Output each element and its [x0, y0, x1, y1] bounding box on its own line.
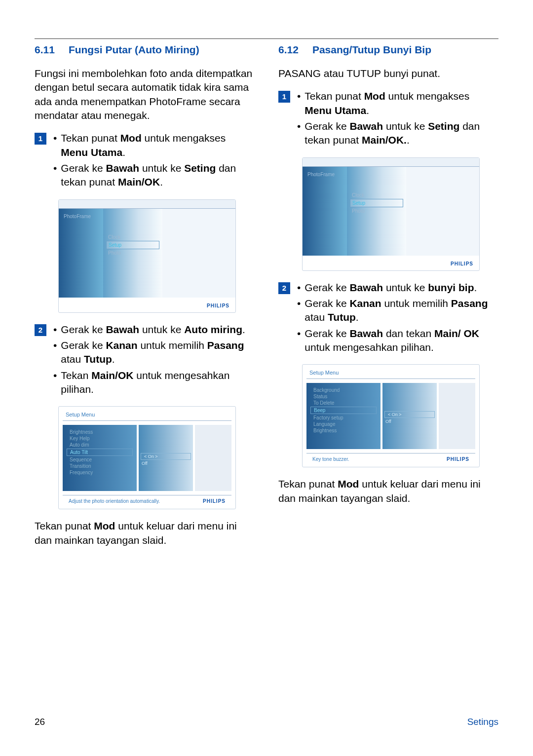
menu-item: Brightness — [63, 429, 137, 435]
photoframe-label: PhotoFrame — [307, 172, 335, 177]
footer-section: Setings — [467, 717, 498, 727]
setup-footer-text: Adjust the photo orientation automatical… — [69, 498, 160, 504]
bullet: • Gerak ke Kanan untuk memilih Pasang at… — [53, 339, 255, 367]
bullet: • Tekan punat Mod untuk mengakses Menu U… — [297, 89, 498, 117]
menu-item: Status — [306, 393, 381, 400]
bullet: • Gerak ke Bawah untuk ke Seting dan tek… — [297, 119, 498, 148]
step-2: 2 • Gerak ke Bawah untuk ke bunyi bip. •… — [278, 281, 498, 355]
menu-item-beep: Beep — [310, 407, 377, 414]
menu-item-auto-tilt: Auto Tilt — [67, 449, 133, 456]
menu-item: Factory setup — [306, 415, 381, 421]
setup-footer-text: Key tone buzzer. — [312, 456, 349, 462]
menu-item-photo: Photo — [103, 249, 162, 257]
philips-logo: PHILIPS — [203, 498, 226, 504]
photoframe-menu-screenshot: PhotoFrame Clock Setup Photo PHILIPS — [58, 199, 236, 313]
setup-menu-title: Setup Menu — [303, 365, 479, 378]
option-on: < On > — [141, 453, 191, 460]
menu-item: Auto dim — [63, 442, 137, 448]
step-body: • Gerak ke Bawah untuk ke bunyi bip. • G… — [297, 281, 498, 355]
philips-logo: PHILIPS — [447, 456, 469, 462]
photoframe-label: PhotoFrame — [64, 214, 91, 219]
page-footer: 26 Setings — [35, 717, 498, 727]
top-rule — [35, 38, 498, 39]
philips-logo: PHILIPS — [451, 261, 473, 266]
menu-item-photo: Photo — [347, 207, 406, 215]
bullet: • Tekan Main/OK untuk mengesahkan piliha… — [53, 369, 255, 397]
menu-item: Transition — [63, 463, 137, 469]
menu-item: Language — [306, 421, 381, 427]
option-off: Off — [382, 418, 437, 424]
setup-menu-screenshot: Setup Menu Background Status To Delete B… — [302, 364, 480, 467]
photoframe-menu-screenshot: PhotoFrame Clock Setup Photo PHILIPS — [302, 157, 480, 271]
step-1: 1 • Tekan punat Mod untuk mengakses Menu… — [278, 89, 498, 147]
philips-logo: PHILIPS — [207, 303, 229, 308]
section-heading-6-11: 6.11 Fungsi Putar (Auto Miring) — [35, 44, 255, 56]
section-title: Fungsi Putar (Auto Miring) — [69, 44, 255, 56]
closing-paragraph: Tekan punat Mod untuk keluar dari menu i… — [35, 519, 255, 547]
bullet: • Gerak ke Kanan untuk memilih Pasang at… — [297, 297, 498, 325]
step-body: • Gerak ke Bawah untuk ke Auto miring. •… — [53, 323, 255, 397]
page-number: 26 — [35, 717, 45, 727]
setup-menu-screenshot: Setup Menu Brightness Key Help Auto dim … — [58, 406, 236, 509]
section-heading-6-12: 6.12 Pasang/Tutup Bunyi Bip — [278, 44, 498, 56]
bullet: • Gerak ke Bawah untuk ke bunyi bip. — [297, 281, 498, 295]
step-1: 1 • Tekan punat Mod untuk mengakses Menu… — [35, 131, 255, 189]
bullet: • Gerak ke Bawah untuk ke Auto miring. — [53, 323, 255, 337]
menu-item-clock: Clock — [103, 233, 162, 241]
step-number-icon: 1 — [278, 91, 290, 103]
menu-item-clock: Clock — [347, 191, 406, 199]
option-on: < On > — [384, 411, 435, 418]
right-column: 6.12 Pasang/Tutup Bunyi Bip PASANG atau … — [278, 44, 498, 556]
intro-paragraph: PASANG atau TUTUP bunyi punat. — [278, 67, 498, 80]
step-body: • Tekan punat Mod untuk mengakses Menu U… — [53, 131, 255, 189]
intro-paragraph: Fungsi ini membolehkan foto anda ditempa… — [35, 67, 255, 122]
bullet: • Gerak ke Bawah untuk ke Seting dan tek… — [53, 161, 255, 189]
bullet: • Gerak ke Bawah dan tekan Main/ OK untu… — [297, 327, 498, 355]
menu-item: Sequence — [63, 456, 137, 463]
menu-item: Frequency — [63, 469, 137, 476]
closing-paragraph: Tekan punat Mod untuk keluar dari menu i… — [278, 477, 498, 505]
step-2: 2 • Gerak ke Bawah untuk ke Auto miring.… — [35, 323, 255, 397]
section-number: 6.11 — [35, 44, 55, 56]
menu-item: Brightness — [306, 427, 381, 434]
menu-item: Background — [306, 387, 381, 393]
bullet: • Tekan punat Mod untuk mengakses Menu U… — [53, 131, 255, 159]
menu-item: To Delete — [306, 400, 381, 406]
step-number-icon: 2 — [35, 324, 46, 336]
setup-menu-title: Setup Menu — [59, 407, 235, 420]
step-number-icon: 2 — [278, 282, 290, 294]
section-title: Pasang/Tutup Bunyi Bip — [312, 44, 498, 56]
section-number: 6.12 — [278, 44, 299, 56]
content-columns: 6.11 Fungsi Putar (Auto Miring) Fungsi i… — [35, 44, 498, 556]
menu-item-setup: Setup — [106, 241, 159, 249]
step-body: • Tekan punat Mod untuk mengakses Menu U… — [297, 89, 498, 147]
step-number-icon: 1 — [35, 133, 46, 145]
menu-item-setup: Setup — [350, 199, 403, 207]
left-column: 6.11 Fungsi Putar (Auto Miring) Fungsi i… — [35, 44, 255, 556]
menu-item: Key Help — [63, 435, 137, 442]
option-off: Off — [139, 460, 193, 466]
